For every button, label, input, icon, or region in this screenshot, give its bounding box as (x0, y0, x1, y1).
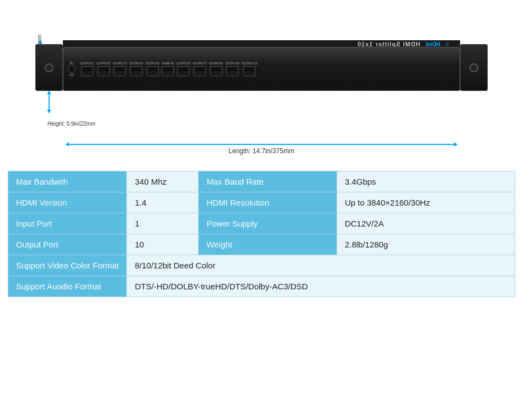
output9-label: OUTPUT9 (225, 62, 239, 65)
output-port-label: Output Port (8, 234, 127, 255)
power-supply-value: DC12V/2A (337, 213, 515, 234)
specs-section: Max Bandwith 340 Mhz Max Baud Rate 3.4Gb… (0, 171, 523, 297)
spec-row-2: HDMI Version 1.4 HDMI Resolution Up to 3… (8, 192, 515, 213)
hdmi-version-label: HDMI Version (8, 192, 127, 213)
hdmi-in-port (162, 66, 174, 76)
device-body: DC 12V OUTPUT1 OUTPUT2 OUTPUT3 OUTPUT4 (63, 47, 460, 91)
output7-label: OUTPUT7 (193, 62, 207, 65)
audio-format-value: DTS/-HD/DOLBY-trueHD/DTS/Dolby-AC3/DSD (127, 276, 515, 297)
product-image-section: Width: 3.5in/89mm Height: 0.9in/22mm Len… (0, 0, 523, 171)
input-port-label: Input Port (8, 213, 127, 234)
output10-label: OUTPUT10 (242, 62, 258, 65)
dc-label: DC (70, 61, 73, 64)
output4-label: OUTPUT4 (129, 62, 143, 65)
max-bandwith-label: Max Bandwith (8, 171, 127, 192)
output8-label: OUTPUT8 (209, 62, 223, 65)
dc-port-group: DC 12V (68, 61, 76, 77)
spec-row-3: Input Port 1 Power Supply DC12V/2A (8, 213, 515, 234)
hdmi-in-group: HDMI IN (162, 62, 174, 76)
output9-port (226, 66, 238, 76)
video-color-format-value: 8/10/12bit Deed Color (127, 255, 515, 276)
dc-connector (68, 65, 76, 73)
weight-label: Weight (199, 234, 337, 255)
output2-group: OUTPUT2 (97, 62, 111, 76)
length-label: Length: 14.7in/375mm (63, 147, 460, 155)
max-baud-rate-value: 3.4Gbps (337, 171, 515, 192)
output7-group: OUTPUT7 (193, 62, 207, 76)
weight-value: 2.8lb/1280g (337, 234, 515, 255)
hdmi-version-value: 1.4 (127, 192, 199, 213)
output10-group: OUTPUT10 (242, 62, 258, 76)
output8-port (210, 66, 222, 76)
hdmi-logo: HDmI (426, 41, 440, 47)
input-port-value: 1 (127, 213, 199, 234)
output4-group: OUTPUT4 (129, 62, 143, 76)
output-port-value: 10 (127, 234, 199, 255)
output3-group: OUTPUT3 (113, 62, 127, 76)
output3-port (114, 66, 126, 76)
spec-row-5: Support Video Color Format 8/10/12bit De… (8, 255, 515, 276)
rack-ear-right (460, 44, 488, 91)
output8-group: OUTPUT8 (209, 62, 223, 76)
audio-format-label: Support Auodio Format (8, 276, 127, 297)
output5-group: OUTPUT5 (146, 62, 160, 76)
spec-row-1: Max Bandwith 340 Mhz Max Baud Rate 3.4Gb… (8, 171, 515, 192)
output6-port (177, 66, 189, 76)
device-wrapper: Width: 3.5in/89mm Height: 0.9in/22mm Len… (35, 25, 488, 157)
length-arrow (66, 144, 457, 145)
max-baud-rate-label: Max Baud Rate (199, 171, 337, 192)
output1-label: OUTPUT1 (80, 62, 94, 65)
power-supply-label: Power Supply (199, 213, 337, 234)
hdmi-in-label: HDMI IN (162, 62, 174, 65)
specs-table: Max Bandwith 340 Mhz Max Baud Rate 3.4Gb… (8, 171, 515, 297)
spec-row-6: Support Auodio Format DTS/-HD/DOLBY-true… (8, 276, 515, 297)
output5-label: OUTPUT5 (146, 62, 160, 65)
output2-port (98, 66, 110, 76)
output2-label: OUTPUT2 (97, 62, 111, 65)
registered-mark: ® (446, 42, 449, 47)
output7-port (194, 66, 206, 76)
video-color-format-label: Support Video Color Format (8, 255, 127, 276)
output10-port (243, 66, 255, 76)
spec-row-4: Output Port 10 Weight 2.8lb/1280g (8, 234, 515, 255)
output3-label: OUTPUT3 (113, 62, 127, 65)
dc-voltage: 12V (70, 73, 74, 77)
hdmi-resolution-label: HDMI Resolution (199, 192, 337, 213)
output6-group: OUTPUT6 (176, 62, 190, 76)
height-label: Height: 0.9in/22mm (47, 121, 95, 127)
output1-group: OUTPUT1 (80, 62, 94, 76)
rack-ear-left (35, 44, 63, 91)
hdmi-resolution-value: Up to 3840×2160/30Hz (337, 192, 515, 213)
output5-port (147, 66, 159, 76)
output6-label: OUTPUT6 (176, 62, 190, 65)
height-arrow (49, 91, 50, 113)
output4-port (130, 66, 142, 76)
output1-port (81, 66, 93, 76)
output9-group: OUTPUT9 (225, 62, 239, 76)
max-bandwith-value: 340 Mhz (127, 171, 199, 192)
